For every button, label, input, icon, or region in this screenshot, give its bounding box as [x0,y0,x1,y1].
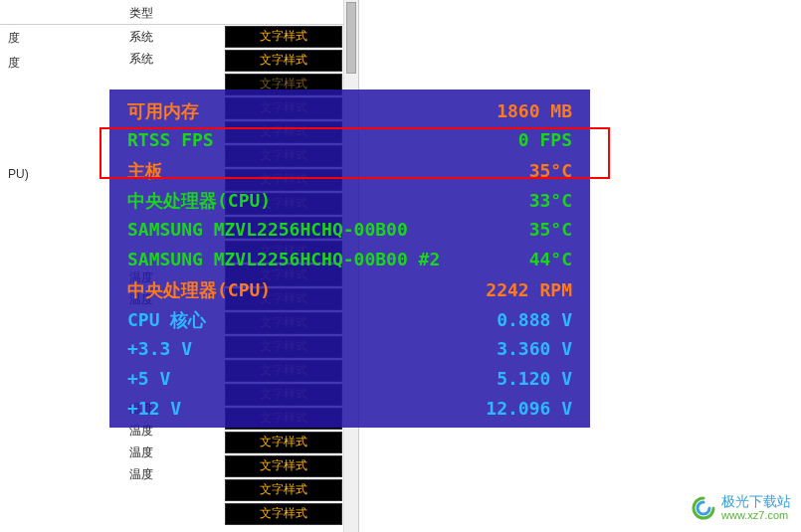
osd-row: SAMSUNG MZVL2256HCHQ-00B0035°C [127,219,572,249]
osd-value: 33°C [529,190,572,211]
osd-label: SAMSUNG MZVL2256HCHQ-00B00 [127,219,408,240]
header-type: 类型 [129,5,153,22]
text-style-button[interactable]: 文字样式 [225,479,342,501]
scrollbar-thumb[interactable] [346,2,356,74]
sensor-name[interactable] [0,225,119,233]
osd-label: +12 V [127,398,181,419]
sensor-name[interactable] [0,99,119,107]
osd-value: 1860 MB [497,100,572,121]
osd-label: RTSS FPS [127,129,214,150]
text-style-button[interactable]: 文字样式 [225,503,342,525]
sensor-name[interactable] [0,185,119,193]
osd-value: 35°C [529,219,572,240]
osd-row: +3.3 V3.360 V [127,338,572,368]
osd-row: +12 V12.096 V [127,398,572,428]
osd-label: 主板 [127,159,163,183]
osd-value: 5.120 V [497,368,572,389]
watermark: 极光下载站 www.xz7.com [692,494,791,522]
osd-label: SAMSUNG MZVL2256HCHQ-00B00 #2 [127,249,440,269]
sensor-name[interactable] [0,193,119,201]
text-style-button[interactable]: 文字样式 [225,26,342,48]
sensor-name[interactable] [0,91,119,99]
sensor-name[interactable] [0,84,119,91]
type-cell[interactable]: 系统 [127,48,227,70]
osd-row: RTSS FPS0 FPS [127,129,572,159]
osd-label: +5 V [127,368,170,389]
sensor-name[interactable] [0,115,119,123]
sensor-name[interactable]: PU) [0,163,119,185]
sensor-name[interactable] [0,201,119,209]
type-cell[interactable]: 温度 [127,463,227,485]
osd-row: 中央处理器(CPU)33°C [127,189,572,219]
sensor-name[interactable] [0,155,119,163]
osd-label: +3.3 V [127,338,192,359]
sensor-name-column: 度度PU) [0,26,119,241]
type-cell[interactable] [127,70,227,91]
osd-row: 中央处理器(CPU)2242 RPM [127,278,572,308]
sensor-name[interactable] [0,217,119,225]
sensor-name[interactable] [0,107,119,115]
sensor-name[interactable]: 度 [0,26,119,51]
logo-icon [692,496,715,520]
watermark-site: 极光下载站 [721,494,791,508]
sensor-name[interactable] [0,123,119,131]
osd-row: 主板35°C [127,159,572,189]
osd-value: 0 FPS [518,129,572,150]
osd-overlay: 可用内存1860 MBRTSS FPS0 FPS主板35°C中央处理器(CPU)… [109,89,590,428]
osd-label: 可用内存 [127,99,199,123]
sensor-name[interactable] [0,139,119,147]
osd-label: 中央处理器(CPU) [127,189,271,213]
osd-row: SAMSUNG MZVL2256HCHQ-00B00 #244°C [127,249,572,278]
osd-value: 44°C [529,249,572,269]
sensor-name[interactable] [0,147,119,155]
osd-value: 3.360 V [497,338,572,359]
text-style-button[interactable]: 文字样式 [225,455,342,477]
sensor-name[interactable] [0,209,119,217]
osd-row: +5 V5.120 V [127,368,572,398]
osd-row: 可用内存1860 MB [127,99,572,129]
osd-label: CPU 核心 [127,308,206,332]
sensor-name[interactable] [0,76,119,84]
sensor-name[interactable]: 度 [0,51,119,76]
text-style-button[interactable]: 文字样式 [225,432,342,453]
header-row: 类型 [0,2,358,25]
osd-value: 35°C [529,160,572,181]
sensor-name[interactable] [0,233,119,241]
sensor-name[interactable] [0,131,119,139]
osd-value: 2242 RPM [486,279,572,300]
watermark-url: www.xz7.com [721,508,791,522]
type-cell[interactable]: 系统 [127,26,227,48]
osd-row: CPU 核心0.888 V [127,308,572,338]
type-cell[interactable]: 温度 [127,442,227,463]
text-style-button[interactable]: 文字样式 [225,50,342,72]
osd-value: 0.888 V [497,309,572,330]
osd-value: 12.096 V [486,398,572,419]
osd-label: 中央处理器(CPU) [127,278,271,302]
